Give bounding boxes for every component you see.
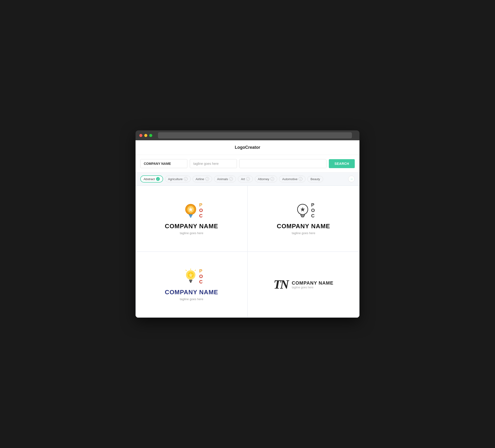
svg-line-17 — [186, 270, 186, 271]
logo4-company-name: COMPANY NAME — [292, 280, 333, 286]
logo1-o: O — [199, 208, 203, 213]
logo3-company-name: COMPANY NAME — [165, 289, 218, 296]
logo1-p: P — [199, 202, 203, 208]
svg-line-16 — [195, 270, 196, 271]
close-button[interactable] — [139, 134, 142, 137]
filter-label-animals: Animals — [217, 177, 228, 181]
logo-card-4[interactable]: TN COMPANY NAME tagline goes here — [248, 252, 359, 318]
filter-chip-art[interactable]: Art ✓ — [238, 176, 253, 182]
svg-rect-18 — [189, 280, 192, 281]
logo4-text-area: COMPANY NAME tagline goes here — [292, 280, 333, 289]
filter-check-art: ✓ — [246, 177, 250, 181]
filter-label-automotive: Automotive — [282, 177, 298, 181]
logo2-icon-area: P O C — [296, 202, 312, 221]
logo1-tagline: tagline goes here — [180, 231, 203, 235]
logo-card-1[interactable]: P O C COMPANY NAME tagline goes here — [136, 186, 248, 252]
filter-bar: Abstract ✓ Agriculture ✓ Airline ✓ Anima… — [136, 173, 359, 186]
filter-check-airline: ✓ — [205, 177, 209, 181]
svg-rect-4 — [190, 216, 192, 217]
filter-chip-automotive[interactable]: Automotive ✓ — [279, 176, 305, 182]
logo-card-2[interactable]: P O C COMPANY NAME tagline goes here — [248, 186, 359, 252]
extra-search-input[interactable] — [239, 159, 327, 168]
filter-label-abstract: Abstract — [144, 177, 155, 181]
filter-label-agriculture: Agriculture — [168, 177, 183, 181]
company-name-input[interactable] — [140, 159, 187, 168]
filter-next-arrow[interactable]: → — [348, 176, 355, 182]
tagline-input[interactable] — [190, 159, 237, 168]
logo3-o: O — [199, 274, 203, 279]
logo2-o: O — [311, 208, 315, 213]
logo-card-2-inner: P O C COMPANY NAME tagline goes here — [277, 202, 330, 235]
app-title: LogoCreator — [235, 145, 260, 150]
logo3-icon-area: P O C — [184, 268, 200, 287]
logo1-icon-area: P O C — [184, 202, 200, 221]
logo2-company-name: COMPANY NAME — [277, 223, 330, 230]
logo3-c: C — [199, 279, 203, 285]
logo3-poc: P O C — [199, 268, 203, 285]
svg-rect-20 — [190, 282, 192, 283]
filter-chip-beauty[interactable]: Beauty — [307, 176, 323, 182]
app-header: LogoCreator — [136, 140, 359, 155]
filter-chip-airline[interactable]: Airline ✓ — [192, 176, 212, 182]
browser-content: LogoCreator SEARCH Abstract ✓ Agricultur… — [136, 140, 359, 318]
svg-rect-19 — [190, 281, 192, 282]
svg-rect-6 — [189, 214, 192, 215]
logo4-tn-letters: TN — [274, 279, 288, 291]
browser-titlebar — [136, 130, 359, 140]
minimize-button[interactable] — [144, 134, 147, 137]
filter-check-abstract: ✓ — [156, 177, 160, 181]
filter-chip-attorney[interactable]: Attorney ✓ — [255, 176, 277, 182]
filter-label-airline: Airline — [196, 177, 204, 181]
logo1-poc: P O C — [199, 202, 203, 219]
address-bar — [158, 132, 352, 139]
logo3-p: P — [199, 268, 203, 274]
svg-marker-8 — [301, 207, 305, 211]
maximize-button[interactable] — [149, 134, 152, 137]
svg-rect-11 — [302, 216, 303, 217]
filter-check-animals: ✓ — [229, 177, 233, 181]
logo-card-4-inner: TN COMPANY NAME tagline goes here — [274, 279, 333, 291]
logo4-tagline: tagline goes here — [292, 286, 333, 289]
filter-chip-abstract[interactable]: Abstract ✓ — [140, 175, 163, 182]
logo1-bulb-svg — [184, 202, 200, 221]
logo-card-3[interactable]: P O C COMPANY NAME tagline goes here — [136, 252, 248, 318]
search-bar: SEARCH — [136, 155, 359, 173]
filter-check-agriculture: ✓ — [184, 177, 188, 181]
filter-check-automotive: ✓ — [299, 177, 302, 181]
logo4-tn-area: TN COMPANY NAME tagline goes here — [274, 279, 333, 291]
filter-label-beauty: Beauty — [310, 177, 320, 181]
filter-check-attorney: ✓ — [270, 177, 274, 181]
logo3-bulb-svg — [184, 268, 200, 287]
logo-grid: P O C COMPANY NAME tagline goes here — [136, 186, 359, 318]
browser-window: LogoCreator SEARCH Abstract ✓ Agricultur… — [136, 130, 359, 318]
svg-rect-5 — [190, 217, 192, 218]
logo-card-3-inner: P O C COMPANY NAME tagline goes here — [165, 268, 218, 301]
filter-chip-agriculture[interactable]: Agriculture ✓ — [165, 176, 191, 182]
logo2-c: C — [311, 213, 315, 219]
filter-label-attorney: Attorney — [258, 177, 269, 181]
logo2-p: P — [311, 202, 315, 208]
logo2-tagline: tagline goes here — [292, 231, 315, 235]
logo-card-1-inner: P O C COMPANY NAME tagline goes here — [165, 202, 218, 235]
logo2-poc: P O C — [311, 202, 315, 219]
logo1-company-name: COMPANY NAME — [165, 223, 218, 230]
filter-chip-animals[interactable]: Animals ✓ — [214, 176, 236, 182]
logo3-tagline: tagline goes here — [180, 297, 203, 301]
filter-label-art: Art — [241, 177, 245, 181]
search-button[interactable]: SEARCH — [329, 159, 355, 168]
logo1-c: C — [199, 213, 203, 219]
logo2-bulb-svg — [296, 202, 312, 221]
